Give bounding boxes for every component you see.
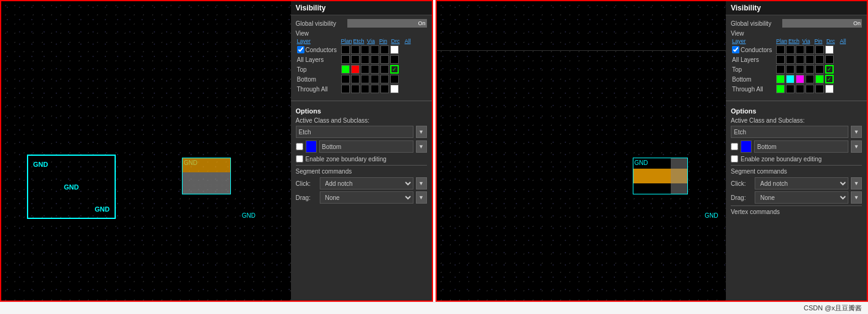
top-via-right[interactable]	[796, 65, 804, 74]
view-label-left: View	[296, 30, 427, 37]
al-via-left[interactable]	[361, 55, 369, 64]
drag-arrow-right[interactable]: ▼	[851, 191, 862, 204]
ta-via-right[interactable]	[796, 85, 804, 93]
bot-plan-right[interactable]	[776, 75, 785, 83]
bot-via-left[interactable]	[361, 75, 369, 83]
left-panel: GND GND GND GND GND Visibility	[0, 0, 433, 302]
col-plan-left: Plan	[341, 38, 352, 44]
alllayers-label-right: All Layers	[732, 56, 759, 63]
bot-pin-left[interactable]	[371, 75, 379, 83]
al-etch-right[interactable]	[786, 55, 794, 64]
cond-etch-left[interactable]	[351, 45, 360, 54]
cond-all-right[interactable]	[825, 45, 834, 54]
cond-drc-left[interactable]	[380, 45, 389, 54]
bot-via-right[interactable]	[796, 75, 804, 83]
click-select-right[interactable]: Add notch	[755, 177, 848, 190]
al-pin-right[interactable]	[806, 55, 814, 64]
top-drc-right[interactable]	[815, 65, 824, 74]
ta-all-left[interactable]	[390, 85, 399, 93]
drag-select-right[interactable]: None	[755, 191, 848, 204]
al-all-left[interactable]	[390, 55, 399, 64]
bottom-arrow-left[interactable]: ▼	[416, 140, 427, 153]
conductors-checkbox-left[interactable]	[297, 46, 304, 53]
left-canvas[interactable]: GND GND GND GND GND	[1, 1, 291, 301]
bottom-checkbox-left[interactable]	[296, 143, 303, 150]
vertex-title-right: Vertex commands	[731, 205, 862, 215]
cond-etch-right[interactable]	[786, 45, 794, 54]
gnd-label-3: GND	[95, 205, 110, 213]
bottom-select-right[interactable]: Bottom	[754, 140, 848, 153]
etch-select-row-left: Etch ▼	[296, 126, 427, 138]
ta-via-left[interactable]	[361, 85, 369, 93]
bot-drc-left[interactable]	[380, 75, 389, 83]
cond-pin-right[interactable]	[806, 45, 814, 54]
bottom-color-left[interactable]	[306, 140, 317, 153]
right-canvas[interactable]: GND GND	[437, 1, 726, 301]
bot-etch-right[interactable]	[786, 75, 794, 83]
top-pin-right[interactable]	[806, 65, 814, 74]
global-vis-bar-left[interactable]	[347, 19, 427, 28]
drag-row-left: Drag: None ▼	[296, 191, 427, 204]
al-drc-left[interactable]	[380, 55, 389, 64]
drag-select-left[interactable]: None	[320, 191, 413, 204]
cond-via-left[interactable]	[361, 45, 369, 54]
ta-plan-left[interactable]	[341, 85, 350, 93]
bottom-select-left[interactable]: Bottom	[319, 140, 413, 153]
bottom-arrow-right[interactable]: ▼	[851, 140, 862, 153]
cond-pin-left[interactable]	[371, 45, 379, 54]
ta-drc-left[interactable]	[380, 85, 389, 93]
al-drc-right[interactable]	[815, 55, 824, 64]
top-etch-right[interactable]	[786, 65, 794, 74]
click-select-left[interactable]: Add notch	[320, 177, 413, 190]
al-via-right[interactable]	[796, 55, 804, 64]
al-plan-left[interactable]	[341, 55, 350, 64]
bot-etch-left[interactable]	[351, 75, 360, 83]
ta-all-right[interactable]	[825, 85, 834, 93]
conductors-checkbox-right[interactable]	[732, 46, 739, 53]
col-via-left: Via	[366, 38, 377, 44]
cond-plan-left[interactable]	[341, 45, 350, 54]
click-arrow-left[interactable]: ▼	[416, 177, 427, 190]
ta-plan-right[interactable]	[776, 85, 785, 93]
al-etch-left[interactable]	[351, 55, 360, 64]
etch-arrow-left[interactable]: ▼	[416, 126, 427, 138]
enable-zone-checkbox-left[interactable]	[296, 155, 303, 163]
top-plan-left[interactable]	[341, 65, 350, 74]
ta-pin-right[interactable]	[806, 85, 814, 93]
top-via-left[interactable]	[361, 65, 369, 74]
top-plan-right[interactable]	[776, 65, 785, 74]
top-etch-left[interactable]	[351, 65, 360, 74]
drag-arrow-left[interactable]: ▼	[416, 191, 427, 204]
cond-via-right[interactable]	[796, 45, 804, 54]
table-header-right: Layer Plan Etch Via Pin Drc All	[731, 38, 862, 44]
cond-plan-right[interactable]	[776, 45, 785, 54]
al-plan-right[interactable]	[776, 55, 785, 64]
bottom-checkbox-right[interactable]	[731, 143, 738, 150]
click-arrow-right[interactable]: ▼	[851, 177, 862, 190]
bot-drc-right[interactable]	[815, 75, 824, 83]
bot-all-left[interactable]	[390, 75, 399, 83]
top-drc-left[interactable]	[380, 65, 389, 74]
etch-arrow-right[interactable]: ▼	[851, 126, 862, 138]
bot-pin-right[interactable]	[806, 75, 814, 83]
top-all-left[interactable]	[390, 65, 399, 74]
al-all-right[interactable]	[825, 55, 834, 64]
ta-etch-right[interactable]	[786, 85, 794, 93]
top-pin-left[interactable]	[371, 65, 379, 74]
cond-all-left[interactable]	[390, 45, 399, 54]
etch-select-left[interactable]: Etch	[296, 126, 413, 138]
gnd-box-left: GND GND GND	[27, 155, 116, 219]
ta-pin-left[interactable]	[371, 85, 379, 93]
enable-zone-checkbox-right[interactable]	[731, 155, 738, 163]
ta-drc-right[interactable]	[815, 85, 824, 93]
bottom-select-row-right: Bottom ▼	[731, 140, 862, 153]
etch-select-right[interactable]: Etch	[731, 126, 848, 138]
bot-all-right[interactable]	[825, 75, 834, 83]
bottom-color-right[interactable]	[741, 140, 752, 153]
top-all-right[interactable]	[825, 65, 834, 74]
al-pin-left[interactable]	[371, 55, 379, 64]
global-vis-bar-right[interactable]	[782, 19, 862, 28]
cond-drc-right[interactable]	[815, 45, 824, 54]
bot-plan-left[interactable]	[341, 75, 350, 83]
ta-etch-left[interactable]	[351, 85, 360, 93]
